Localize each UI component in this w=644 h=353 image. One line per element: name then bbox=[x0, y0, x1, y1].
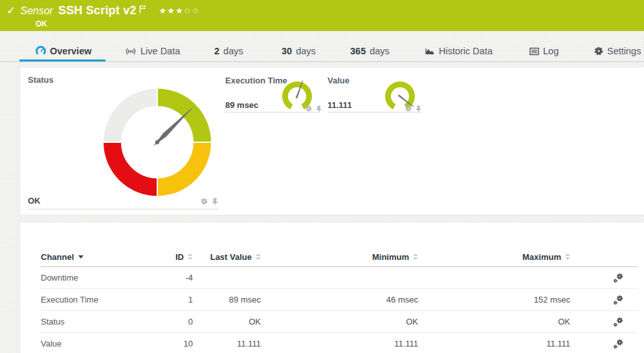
channel-settings-button[interactable] bbox=[570, 273, 638, 283]
gear-icon[interactable] bbox=[201, 198, 208, 205]
pin-icon[interactable] bbox=[316, 105, 322, 112]
channel-name: Status bbox=[41, 317, 151, 326]
channel-name: Downtime bbox=[41, 273, 151, 283]
channel-id: 1 bbox=[151, 295, 193, 305]
object-kind-label: Sensor bbox=[20, 5, 53, 17]
status-cell-rule bbox=[28, 209, 219, 209]
column-header-minimum[interactable]: Minimum bbox=[261, 252, 418, 262]
exec-cell-rule bbox=[225, 112, 320, 112]
channel-settings-button[interactable] bbox=[570, 317, 638, 327]
tab-live-data[interactable]: Live Data bbox=[125, 43, 180, 59]
channel-minimum: 46 msec bbox=[261, 295, 418, 305]
area-chart-icon bbox=[425, 47, 435, 55]
tab-historic-data[interactable]: Historic Data bbox=[425, 43, 493, 59]
sort-icon bbox=[188, 253, 193, 260]
tab-log[interactable]: Log bbox=[529, 43, 559, 59]
channel-minimum: 11.111 bbox=[261, 339, 418, 348]
sort-icon bbox=[413, 253, 418, 260]
exec-time-gauge-title: Execution Time bbox=[225, 76, 287, 85]
channel-table-panel: Channel ID Last Value Minimum Maximum bbox=[19, 222, 644, 353]
table-header-row: Channel ID Last Value Minimum Maximum bbox=[41, 247, 638, 267]
sensor-title: SSH Script v2 bbox=[58, 4, 137, 17]
pin-icon[interactable] bbox=[416, 105, 422, 112]
value-gauge-value: 11.111 bbox=[328, 100, 352, 110]
pin-icon[interactable] bbox=[212, 198, 219, 205]
stars-filled: ★★★ bbox=[159, 6, 184, 16]
table-row-downtime[interactable]: Downtime -4 bbox=[41, 267, 638, 289]
channel-id: 0 bbox=[151, 317, 193, 326]
channel-maximum: OK bbox=[418, 317, 570, 326]
column-header-id[interactable]: ID bbox=[151, 252, 193, 262]
gears-icon bbox=[613, 317, 623, 327]
tab-label: Log bbox=[543, 46, 559, 56]
tab-settings[interactable]: Settings bbox=[594, 43, 641, 59]
status-gauge-title: Status bbox=[28, 75, 54, 85]
tab-strong: 365 bbox=[350, 46, 366, 56]
column-header-last-value[interactable]: Last Value bbox=[193, 252, 261, 262]
value-gauge-tools bbox=[405, 105, 422, 112]
channel-name: Value bbox=[41, 339, 151, 348]
gauge-segment-red bbox=[103, 142, 157, 197]
tab-bar: Overview Live Data 2 days 30 days 365 da… bbox=[0, 31, 644, 62]
tab-label: Live Data bbox=[140, 46, 180, 56]
tab-30-days[interactable]: 30 days bbox=[282, 43, 316, 59]
sensor-header-bar: ✓ Sensor SSH Script v2 ★★★☆☆ OK bbox=[0, 0, 644, 31]
status-gauge-value: OK bbox=[28, 196, 41, 206]
channel-id: 10 bbox=[151, 339, 193, 348]
tab-label: days bbox=[296, 46, 316, 56]
tab-label: Settings bbox=[607, 46, 641, 56]
channel-minimum: OK bbox=[261, 317, 418, 326]
column-label: Channel bbox=[41, 252, 74, 262]
sort-icon bbox=[256, 253, 261, 260]
status-gauge-tools bbox=[201, 198, 219, 205]
sort-icon bbox=[565, 253, 570, 260]
priority-stars[interactable]: ★★★☆☆ bbox=[159, 6, 200, 16]
channel-maximum: 11.111 bbox=[418, 339, 570, 348]
channel-name: Execution Time bbox=[41, 295, 151, 305]
status-check-icon: ✓ bbox=[6, 5, 16, 17]
flag-icon[interactable] bbox=[139, 5, 146, 16]
channel-maximum: 152 msec bbox=[418, 295, 570, 305]
tab-365-days[interactable]: 365 days bbox=[350, 43, 390, 59]
gear-icon[interactable] bbox=[305, 105, 312, 112]
gauge-icon bbox=[36, 46, 46, 56]
channel-settings-button[interactable] bbox=[570, 339, 638, 349]
sensor-status-text: OK bbox=[36, 19, 644, 28]
active-tab-underline bbox=[19, 59, 105, 61]
column-label: ID bbox=[175, 252, 184, 262]
table-row-status[interactable]: Status 0 OK OK OK bbox=[41, 311, 638, 333]
overview-gauges-panel: Status OK Execution Time 89 msec Value bbox=[19, 67, 644, 215]
column-label: Last Value bbox=[210, 252, 252, 262]
tabbar-divider bbox=[0, 61, 644, 62]
status-gauge bbox=[99, 84, 216, 200]
column-header-channel[interactable]: Channel bbox=[41, 252, 151, 262]
channel-id: -4 bbox=[151, 273, 193, 283]
gears-icon bbox=[613, 295, 623, 305]
gears-icon bbox=[613, 339, 623, 349]
channel-settings-button[interactable] bbox=[570, 295, 638, 305]
tab-2-days[interactable]: 2 days bbox=[214, 43, 243, 59]
tab-label: days bbox=[370, 46, 390, 56]
channel-last-value: 11.111 bbox=[193, 339, 261, 348]
channel-table: Channel ID Last Value Minimum Maximum bbox=[41, 247, 638, 353]
gear-icon bbox=[594, 47, 603, 56]
tab-label: Overview bbox=[50, 46, 92, 56]
log-icon bbox=[529, 47, 539, 56]
column-label: Maximum bbox=[522, 252, 561, 262]
column-label: Minimum bbox=[372, 252, 409, 262]
tab-label: days bbox=[223, 46, 243, 56]
gauge-segment-gray bbox=[103, 88, 157, 142]
value-gauge-title: Value bbox=[328, 76, 350, 85]
broadcast-icon bbox=[125, 47, 137, 56]
tab-strong: 30 bbox=[282, 46, 292, 56]
gear-icon[interactable] bbox=[405, 105, 412, 112]
column-header-maximum[interactable]: Maximum bbox=[418, 252, 570, 262]
stars-empty: ☆☆ bbox=[184, 6, 200, 16]
gauge-segment-yellow bbox=[157, 142, 212, 197]
channel-last-value: 89 msec bbox=[193, 295, 261, 305]
tab-strong: 2 bbox=[214, 46, 219, 56]
table-row-value[interactable]: Value 10 11.111 11.111 11.111 bbox=[41, 333, 638, 353]
tab-overview[interactable]: Overview bbox=[36, 43, 92, 59]
exec-time-gauge-tools bbox=[305, 105, 322, 112]
table-row-execution-time[interactable]: Execution Time 1 89 msec 46 msec 152 mse… bbox=[41, 289, 638, 311]
